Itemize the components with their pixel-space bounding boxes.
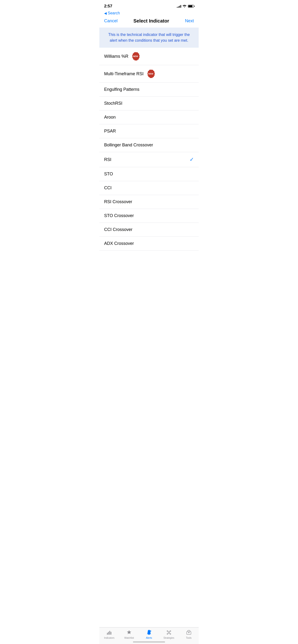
wifi-icon (183, 4, 186, 8)
info-banner-text: This is the technical indicator that wil… (105, 32, 193, 43)
item-label: RSI (104, 157, 111, 162)
item-left: StochRSI (104, 101, 122, 106)
list-item[interactable]: StochRSI (99, 96, 199, 110)
item-left: Aroon (104, 115, 116, 120)
item-label: StochRSI (104, 101, 122, 106)
item-label: ADX Crossover (104, 241, 134, 246)
battery-icon (188, 5, 194, 8)
list-item[interactable]: CCI Crossover (99, 223, 199, 237)
back-label: Search (108, 11, 120, 15)
page-title: Select Indicator (133, 18, 169, 24)
list-item[interactable]: PSAR (99, 124, 199, 138)
list-item[interactable]: STO (99, 167, 199, 181)
item-left: Williams %RNEW (104, 52, 140, 60)
indicator-list: Williams %RNEWMulti-Timeframe RSINEWEngu… (99, 48, 199, 250)
signal-bars-icon (177, 5, 181, 8)
list-item[interactable]: Williams %RNEW (99, 48, 199, 65)
list-item[interactable]: Bollinger Band Crossover (99, 138, 199, 152)
list-item[interactable]: Aroon (99, 110, 199, 124)
list-item[interactable]: Multi-Timeframe RSINEW (99, 65, 199, 83)
item-label: Multi-Timeframe RSI (104, 72, 143, 76)
item-label: CCI Crossover (104, 227, 132, 232)
item-label: CCI (104, 186, 112, 190)
item-left: RSI Crossover (104, 199, 132, 204)
item-label: Bollinger Band Crossover (104, 142, 153, 148)
next-button[interactable]: Next (185, 18, 194, 24)
item-label: Aroon (104, 115, 116, 120)
navigation-bar: Cancel Select Indicator Next (99, 16, 199, 28)
item-left: STO Crossover (104, 213, 134, 218)
list-item[interactable]: STO Crossover (99, 209, 199, 223)
list-item[interactable]: ADX Crossover (99, 237, 199, 250)
item-label: Engulfing Patterns (104, 87, 139, 92)
status-time: 2:57 (104, 4, 112, 8)
item-label: PSAR (104, 129, 116, 134)
list-item[interactable]: RSI✓ (99, 152, 199, 167)
new-badge: NEW (146, 70, 155, 78)
info-banner: This is the technical indicator that wil… (99, 28, 199, 48)
item-left: CCI Crossover (104, 227, 132, 232)
new-badge: NEW (131, 52, 140, 60)
status-icons (177, 4, 194, 8)
item-left: STO (104, 172, 113, 176)
list-item[interactable]: CCI (99, 181, 199, 195)
content-area: Williams %RNEWMulti-Timeframe RSINEWEngu… (99, 48, 199, 274)
item-left: Bollinger Band Crossover (104, 142, 153, 148)
item-label: Williams %R (104, 54, 128, 59)
back-arrow-icon: ◀ (104, 11, 107, 15)
list-item[interactable]: RSI Crossover (99, 195, 199, 209)
item-label: STO Crossover (104, 213, 134, 218)
item-left: CCI (104, 186, 112, 190)
item-label: STO (104, 172, 113, 176)
cancel-button[interactable]: Cancel (104, 18, 117, 24)
selected-checkmark: ✓ (190, 156, 194, 163)
item-left: PSAR (104, 129, 116, 134)
status-bar: 2:57 (99, 0, 199, 10)
item-left: Multi-Timeframe RSINEW (104, 70, 155, 78)
item-left: ADX Crossover (104, 241, 134, 246)
list-item[interactable]: Engulfing Patterns (99, 83, 199, 96)
back-navigation[interactable]: ◀ Search (99, 10, 199, 16)
item-label: RSI Crossover (104, 199, 132, 204)
item-left: RSI (104, 157, 111, 162)
item-left: Engulfing Patterns (104, 87, 139, 92)
